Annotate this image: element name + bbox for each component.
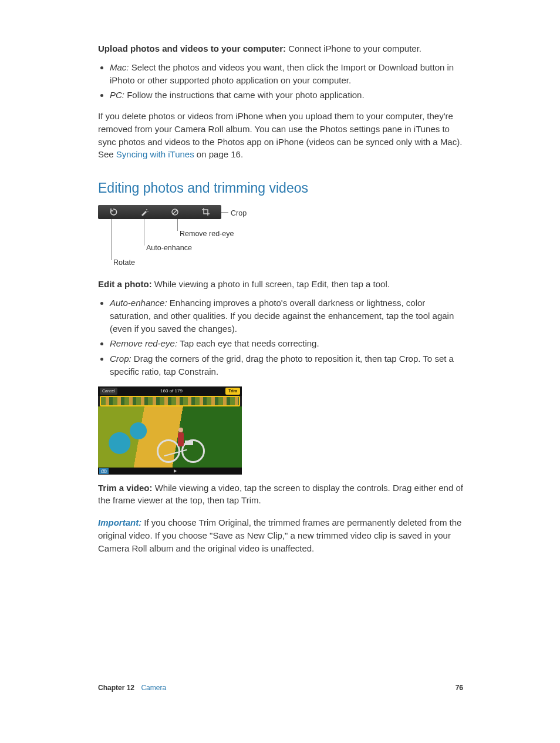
- cancel-button[interactable]: Cancel: [100, 388, 117, 395]
- list-item: Remove red-eye: Tap each eye that needs …: [110, 337, 463, 350]
- svg-point-1: [147, 211, 148, 212]
- trim-video-title: Trim a video:: [98, 483, 153, 493]
- edit-photo-para: Edit a photo: While viewing a photo in f…: [98, 278, 463, 291]
- important-rest: If you choose Trim Original, the trimmed…: [98, 517, 461, 553]
- page-number: 76: [456, 683, 463, 693]
- chapter-name: Camera: [141, 684, 166, 692]
- svg-point-5: [103, 470, 105, 472]
- toolbar-figure: Crop Remove red-eye Auto-enhance Rotate: [98, 205, 274, 270]
- redeye-icon: [170, 207, 180, 217]
- pc-text: Follow the instructions that came with y…: [124, 90, 365, 100]
- camera-icon[interactable]: [99, 468, 109, 474]
- filmstrip[interactable]: [100, 396, 240, 406]
- chapter-label: Chapter 12: [98, 684, 134, 692]
- upload-rest: Connect iPhone to your computer.: [286, 43, 421, 53]
- enhance-callout: Auto-enhance: [146, 243, 192, 253]
- page-footer: Chapter 12 Camera 76: [98, 683, 463, 693]
- svg-point-0: [146, 209, 147, 210]
- remove-redeye-text: Tap each eye that needs correcting.: [177, 338, 319, 348]
- pc-label: PC:: [110, 90, 124, 100]
- list-item: Mac: Select the photos and videos you wa…: [110, 61, 463, 87]
- delete-note: If you delete photos or videos from iPho…: [98, 110, 463, 161]
- auto-enhance-label: Auto-enhance:: [110, 298, 167, 308]
- crop-callout: Crop: [231, 208, 247, 218]
- redeye-callout: Remove red-eye: [180, 228, 234, 239]
- crop-label: Crop:: [110, 354, 131, 364]
- cyclist-graphic: [157, 422, 204, 463]
- crop-text: Drag the corners of the grid, drag the p…: [110, 354, 454, 376]
- video-trim-figure: Cancel 160 of 179 Trim: [98, 386, 242, 475]
- list-item: Crop: Drag the corners of the grid, drag…: [110, 352, 463, 378]
- edit-toolbar: [98, 205, 221, 219]
- video-count: 160 of 179: [160, 388, 183, 395]
- list-item: Auto-enhance: Enhancing improves a photo…: [110, 297, 463, 335]
- edit-photo-rest: While viewing a photo in full screen, ta…: [152, 279, 390, 289]
- important-para: Important: If you choose Trim Original, …: [98, 516, 463, 554]
- important-label: Important:: [98, 517, 141, 527]
- edit-photo-title: Edit a photo:: [98, 279, 152, 289]
- crop-icon: [201, 207, 211, 217]
- callout-line: [177, 219, 178, 231]
- delete-text-b: on page 16.: [194, 149, 243, 159]
- page-content: Upload photos and videos to your compute…: [98, 42, 463, 560]
- footer-left: Chapter 12 Camera: [98, 683, 166, 693]
- play-icon[interactable]: [174, 469, 177, 473]
- callout-line: [144, 219, 144, 246]
- callout-line: [111, 219, 112, 260]
- list-item: PC: Follow the instructions that came wi…: [110, 89, 463, 102]
- upload-intro: Upload photos and videos to your compute…: [98, 42, 463, 55]
- video-bottom-bar: [98, 468, 242, 475]
- syncing-link[interactable]: Syncing with iTunes: [116, 149, 194, 159]
- section-heading: Editing photos and trimming videos: [98, 179, 463, 198]
- mac-text: Select the photos and videos you want, t…: [110, 62, 454, 85]
- callout-line: [221, 212, 228, 213]
- video-top-bar: Cancel 160 of 179 Trim: [98, 386, 242, 396]
- trim-video-para: Trim a video: While viewing a video, tap…: [98, 482, 463, 507]
- mac-label: Mac:: [110, 62, 129, 72]
- svg-line-3: [173, 210, 177, 214]
- upload-title: Upload photos and videos to your compute…: [98, 43, 286, 53]
- remove-redeye-label: Remove red-eye:: [110, 338, 177, 348]
- svg-rect-4: [102, 470, 106, 473]
- trim-video-rest: While viewing a video, tap the screen to…: [98, 483, 463, 506]
- rotate-icon: [108, 207, 119, 217]
- trim-button[interactable]: Trim: [225, 388, 240, 395]
- enhance-icon: [139, 207, 150, 217]
- rotate-callout: Rotate: [113, 257, 135, 268]
- edit-tools-list: Auto-enhance: Enhancing improves a photo…: [98, 297, 463, 378]
- upload-list: Mac: Select the photos and videos you wa…: [98, 61, 463, 102]
